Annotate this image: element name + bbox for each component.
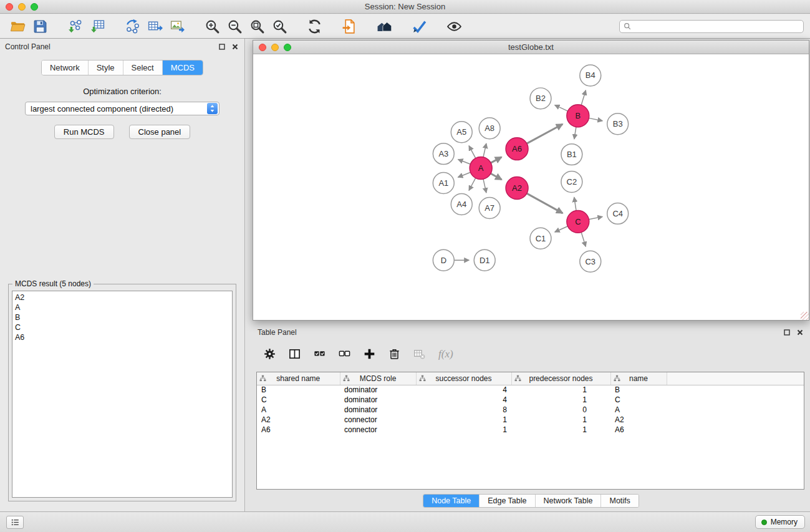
node-D[interactable]: D — [433, 249, 454, 271]
memory-button[interactable]: Memory — [755, 515, 805, 529]
table-cell[interactable]: A6 — [610, 425, 667, 435]
run-mcds-button[interactable]: Run MCDS — [54, 125, 114, 139]
edge-C-C1[interactable] — [555, 226, 568, 232]
tab-mcds[interactable]: MCDS — [163, 60, 203, 75]
column-header-name[interactable]: name — [610, 372, 667, 385]
zoom-in-icon[interactable] — [201, 17, 223, 36]
zoom-selected-icon[interactable] — [268, 17, 291, 36]
edge-A-A2[interactable] — [491, 173, 502, 180]
table-cell[interactable]: A2 — [257, 415, 340, 425]
table-cell[interactable]: dominator — [340, 405, 416, 415]
result-item[interactable]: A2 — [15, 293, 229, 302]
column-chooser-icon[interactable] — [286, 346, 303, 362]
open-document-icon[interactable] — [338, 17, 360, 36]
criterion-dropdown[interactable]: largest connected component (directed) — [25, 102, 219, 115]
column-header-predecessor-nodes[interactable]: predecessor nodes — [511, 372, 610, 385]
table-cell[interactable]: B — [610, 385, 667, 395]
close-table-panel-icon[interactable] — [796, 329, 804, 336]
node-C2[interactable]: C2 — [561, 172, 582, 193]
edge-B-B1[interactable] — [574, 127, 576, 139]
close-panel-icon[interactable] — [231, 43, 239, 51]
tab-network-table[interactable]: Network Table — [536, 495, 602, 507]
node-A7[interactable]: A7 — [479, 197, 500, 218]
home-icon[interactable] — [373, 17, 395, 36]
table-cell[interactable]: 4 — [416, 385, 511, 395]
table-cell[interactable]: 0 — [511, 405, 610, 415]
tab-select[interactable]: Select — [123, 60, 163, 75]
node-B1[interactable]: B1 — [561, 144, 582, 165]
zoom-out-icon[interactable] — [223, 17, 246, 36]
table-cell[interactable]: 1 — [511, 395, 610, 405]
node-A5[interactable]: A5 — [451, 122, 472, 143]
fullscreen-window-button[interactable] — [31, 3, 38, 11]
table-cell[interactable]: C — [610, 395, 667, 405]
edge-C-C4[interactable] — [589, 216, 602, 219]
edge-C-C3[interactable] — [581, 233, 586, 247]
import-network-icon[interactable] — [64, 17, 86, 36]
settings-gear-icon[interactable] — [261, 346, 278, 362]
select-all-icon[interactable] — [311, 346, 328, 362]
brush-check-icon[interactable] — [408, 17, 430, 36]
table-cell[interactable]: A — [610, 405, 667, 415]
node-B3[interactable]: B3 — [607, 114, 629, 135]
tab-style[interactable]: Style — [89, 60, 123, 75]
eye-icon[interactable] — [443, 17, 465, 36]
table-cell[interactable]: 1 — [511, 385, 610, 395]
apply-layout-icon[interactable] — [303, 17, 325, 36]
zoom-fit-icon[interactable] — [246, 17, 268, 36]
table-cell[interactable]: 4 — [416, 395, 511, 405]
table-cell[interactable]: dominator — [340, 395, 416, 405]
table-cell[interactable]: A — [257, 405, 340, 415]
node-A3[interactable]: A3 — [433, 143, 454, 165]
node-D1[interactable]: D1 — [474, 249, 495, 271]
result-item[interactable]: A — [15, 302, 229, 312]
table-cell[interactable]: C — [257, 395, 340, 405]
table-cell[interactable]: 1 — [416, 425, 511, 435]
edge-A-A7[interactable] — [483, 179, 486, 193]
network-canvas[interactable]: AA1A2A3A4A5A6A7A8BB1B2B3B4CC1C2C3C4DD1 — [253, 54, 809, 320]
edge-B-B3[interactable] — [589, 118, 602, 120]
column-header-shared-name[interactable]: shared name — [257, 372, 340, 385]
deselect-all-icon[interactable] — [336, 346, 353, 362]
edge-B-B4[interactable] — [581, 90, 586, 105]
export-image-icon[interactable] — [166, 17, 188, 36]
node-C[interactable]: C — [567, 210, 589, 233]
edge-A-A8[interactable] — [483, 143, 486, 157]
table-row[interactable]: Cdominator41C — [257, 395, 804, 405]
edge-A-A6[interactable] — [491, 157, 501, 163]
table-row[interactable]: A2connector11A2 — [257, 415, 804, 425]
edge-B-B2[interactable] — [555, 105, 568, 111]
node-B2[interactable]: B2 — [530, 88, 551, 109]
tab-node-table[interactable]: Node Table — [423, 495, 480, 507]
save-icon[interactable] — [29, 17, 51, 36]
import-table-icon[interactable] — [86, 17, 108, 36]
node-B4[interactable]: B4 — [580, 65, 601, 86]
table-row[interactable]: Bdominator41B — [257, 385, 804, 395]
edge-A-A5[interactable] — [469, 146, 476, 158]
resize-grip[interactable] — [801, 312, 809, 320]
edge-A-A3[interactable] — [458, 160, 471, 165]
edge-A-A4[interactable] — [469, 178, 476, 190]
add-row-icon[interactable] — [361, 346, 378, 362]
edge-A6-B[interactable] — [527, 124, 562, 143]
column-header-successor-nodes[interactable]: successor nodes — [416, 372, 511, 385]
node-A6[interactable]: A6 — [506, 138, 528, 160]
float-table-panel-icon[interactable] — [783, 329, 791, 336]
node-B[interactable]: B — [567, 105, 589, 127]
table-cell[interactable]: connector — [340, 425, 416, 435]
search-field[interactable] — [619, 20, 804, 33]
network-minimize-button[interactable] — [271, 44, 279, 51]
delete-table-icon[interactable] — [411, 346, 428, 362]
table-row[interactable]: Adominator80A — [257, 405, 804, 415]
export-network-icon[interactable] — [121, 17, 143, 36]
node-A8[interactable]: A8 — [479, 118, 500, 139]
mcds-result-list[interactable]: A2ABCA6 — [12, 291, 233, 498]
open-folder-icon[interactable] — [6, 17, 29, 36]
search-input[interactable] — [634, 22, 799, 31]
function-builder-label[interactable]: f(x) — [438, 348, 453, 360]
column-header-mcds-role[interactable]: MCDS role — [340, 372, 416, 385]
result-item[interactable]: B — [15, 312, 229, 322]
table-cell[interactable]: 1 — [511, 425, 610, 435]
table-cell[interactable]: A2 — [610, 415, 667, 425]
table-cell[interactable]: A6 — [257, 425, 340, 435]
